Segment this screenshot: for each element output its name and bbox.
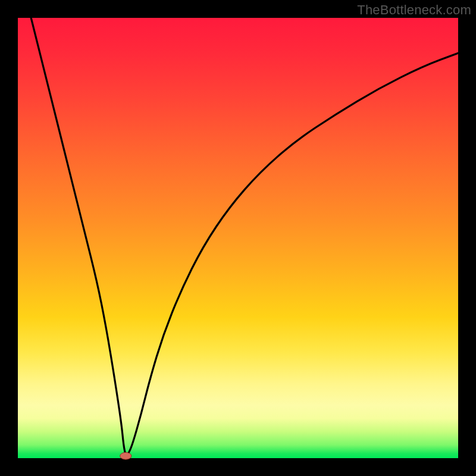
watermark-text: TheBottleneck.com bbox=[357, 2, 471, 18]
bottleneck-curve bbox=[31, 18, 458, 455]
plot-area bbox=[18, 18, 458, 458]
minimum-marker bbox=[120, 452, 131, 459]
chart-frame: TheBottleneck.com bbox=[0, 0, 476, 476]
chart-svg bbox=[18, 18, 458, 458]
